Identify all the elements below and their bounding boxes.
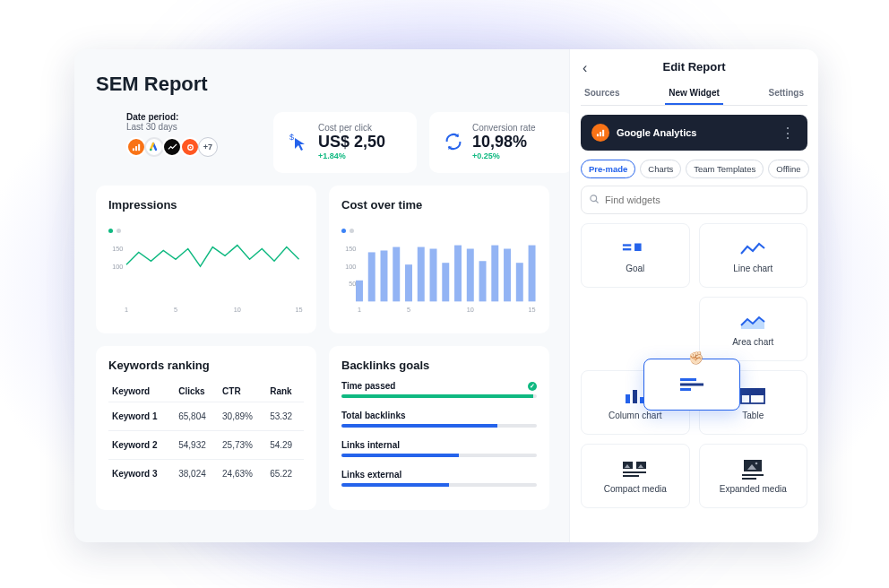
widget-tile-goal[interactable]: Goal — [581, 223, 690, 288]
svg-rect-22 — [381, 250, 388, 301]
refresh-icon — [444, 132, 463, 151]
back-button[interactable]: ‹ — [583, 60, 587, 76]
cpc-label: Cost per click — [318, 123, 385, 133]
table-row[interactable]: Keyword 254,93225,73%54.29 — [108, 431, 304, 460]
line-chart-icon — [738, 238, 767, 260]
trend-icon — [162, 137, 182, 157]
cost-panel: Cost over time 50100150151015 — [329, 186, 549, 333]
table-row[interactable]: Keyword 165,80430,89%53.32 — [108, 402, 304, 431]
table-row[interactable]: Keyword 338,02424,63%65.22 — [108, 460, 304, 489]
svg-text:150: 150 — [112, 245, 123, 253]
svg-text:10: 10 — [234, 306, 241, 314]
svg-rect-2 — [138, 143, 140, 150]
impressions-legend — [108, 220, 304, 237]
widget-tile-area-chart[interactable]: Area chart — [699, 297, 808, 361]
col-clicks: Clicks — [175, 381, 219, 402]
source-more-icon[interactable]: ⋮ — [781, 125, 797, 142]
svg-rect-60 — [680, 378, 696, 381]
svg-rect-34 — [529, 246, 536, 302]
summary-row: Date period: Last 30 days +7 — [126, 112, 549, 173]
svg-rect-41 — [623, 248, 631, 250]
svg-rect-23 — [393, 247, 400, 302]
tab-new-widget[interactable]: New Widget — [665, 82, 723, 105]
source-selector[interactable]: Google Analytics ⋮ — [581, 115, 807, 151]
pill-offline[interactable]: Offline — [768, 160, 808, 178]
svg-text:5: 5 — [407, 306, 410, 314]
conv-label: Conversion rate — [472, 123, 536, 133]
svg-text:15: 15 — [529, 306, 536, 314]
svg-rect-48 — [741, 389, 764, 394]
svg-rect-53 — [623, 471, 646, 473]
svg-rect-36 — [600, 132, 601, 136]
svg-line-39 — [596, 201, 599, 203]
widget-tile-line-chart[interactable]: Line chart — [699, 223, 808, 288]
svg-rect-26 — [430, 249, 437, 302]
svg-text:1: 1 — [358, 306, 361, 314]
col-ctr: CTR — [219, 381, 266, 402]
backlinks-panel: Backlinks goals Time passed✓Total backli… — [329, 346, 549, 510]
semrush-icon — [180, 137, 200, 157]
analytics-icon — [126, 137, 146, 157]
svg-text:10: 10 — [467, 306, 474, 314]
goal-row: Links external — [341, 470, 537, 487]
svg-rect-35 — [596, 134, 598, 136]
pill-charts[interactable]: Charts — [640, 160, 681, 178]
keywords-panel: Keywords ranking KeywordClicksCTRRank Ke… — [96, 346, 316, 510]
svg-rect-30 — [479, 261, 487, 301]
tab-sources[interactable]: Sources — [581, 82, 623, 105]
table-icon — [738, 385, 767, 407]
dragging-widget-tile[interactable] — [643, 359, 740, 411]
svg-point-5 — [189, 146, 190, 147]
widget-filter-pills: Pre-madeChartsTeam TemplatesOffline — [581, 160, 807, 178]
svg-rect-32 — [504, 249, 511, 302]
horizontal-bar-icon — [678, 376, 705, 393]
impressions-panel: Impressions 100150151015 — [96, 186, 316, 333]
grab-cursor-icon: ✊🏻 — [688, 350, 703, 365]
backlinks-title: Backlinks goals — [341, 359, 537, 372]
source-icons: +7 — [126, 137, 254, 157]
svg-rect-21 — [368, 252, 375, 301]
widget-search[interactable] — [581, 186, 807, 214]
tab-settings[interactable]: Settings — [765, 82, 807, 105]
svg-rect-58 — [742, 474, 764, 476]
svg-text:5: 5 — [174, 306, 177, 314]
svg-rect-43 — [633, 390, 637, 403]
svg-point-38 — [591, 195, 597, 202]
impressions-title: Impressions — [108, 198, 304, 212]
svg-text:15: 15 — [296, 306, 303, 314]
svg-rect-59 — [742, 478, 756, 480]
widget-tile-expanded-media[interactable]: Expanded media — [699, 444, 808, 508]
svg-rect-20 — [356, 281, 363, 302]
analytics-icon — [591, 124, 609, 142]
svg-rect-33 — [516, 263, 523, 301]
expanded-media-icon — [738, 459, 767, 480]
check-icon: ✓ — [528, 382, 537, 391]
svg-text:50: 50 — [349, 280, 356, 288]
edit-report-panel: ‹ Edit Report SourcesNew WidgetSettings … — [569, 49, 818, 542]
pill-pre-made[interactable]: Pre-made — [581, 160, 635, 178]
goal-row: Time passed✓ — [341, 381, 537, 398]
svg-rect-27 — [442, 263, 449, 301]
area-chart-icon — [738, 312, 767, 333]
widget-search-input[interactable] — [605, 195, 799, 205]
col-keyword: Keyword — [108, 381, 175, 402]
widget-tile-compact-media[interactable]: Compact media — [581, 444, 690, 508]
svg-rect-25 — [418, 247, 425, 302]
source-name: Google Analytics — [617, 127, 696, 138]
more-sources-badge[interactable]: +7 — [198, 137, 218, 157]
svg-rect-42 — [626, 394, 630, 403]
svg-rect-28 — [454, 246, 462, 302]
svg-rect-40 — [623, 244, 631, 246]
ads-icon — [144, 137, 164, 157]
date-period-value: Last 30 days — [126, 122, 254, 132]
cpc-card: $ Cost per click US$ 2,50 +1.84% — [273, 112, 417, 173]
page-title: SEM Report — [96, 73, 549, 96]
keywords-table: KeywordClicksCTRRank Keyword 165,80430,8… — [108, 381, 304, 488]
col-rank: Rank — [266, 381, 304, 402]
conv-delta: +0.25% — [472, 151, 536, 160]
pill-team-templates[interactable]: Team Templates — [686, 160, 764, 178]
svg-rect-24 — [405, 264, 412, 301]
svg-rect-0 — [132, 148, 134, 151]
side-tabs: SourcesNew WidgetSettings — [581, 82, 807, 106]
cursor-dollar-icon: $ — [288, 131, 309, 152]
